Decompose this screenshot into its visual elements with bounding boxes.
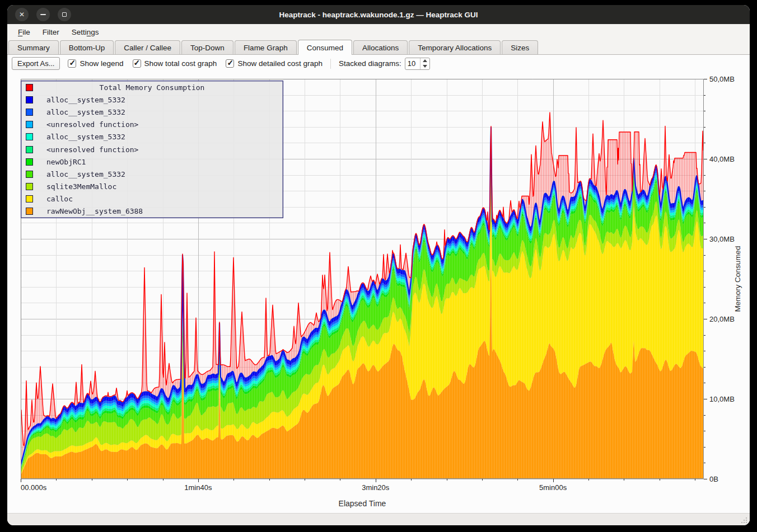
app-window: ✕ Heaptrack - heaptrack.wakunode.1.gz — … [7, 5, 750, 525]
y-tick-label: 50,0MB [709, 75, 735, 83]
legend-swatch [26, 96, 33, 103]
spin-up-button[interactable] [420, 58, 429, 64]
status-bar [7, 513, 750, 525]
legend-row: calloc [21, 193, 283, 205]
legend-swatch [26, 133, 33, 140]
y-tick-label: 0B [709, 475, 718, 483]
checkbox-group: Show legendShow total cost graphShow det… [68, 59, 323, 68]
stacked-diagrams-control: Stacked diagrams: 10 [339, 58, 430, 70]
stacked-diagrams-label: Stacked diagrams: [339, 59, 401, 68]
toolbar: Export As... Show legendShow total cost … [7, 55, 750, 72]
spin-down-button[interactable] [420, 64, 429, 69]
checkbox-label: Show detailed cost graph [237, 59, 323, 68]
spinbox-value[interactable]: 10 [405, 58, 420, 69]
legend-swatch [26, 208, 33, 215]
maximize-button[interactable] [58, 8, 71, 21]
legend-swatch [26, 146, 33, 153]
menu-item-settings[interactable]: Settings [66, 26, 105, 39]
legend-label: newObjRC1 [46, 158, 86, 166]
tab-temporary-allocations[interactable]: Temporary Allocations [409, 40, 501, 54]
x-tick-label: 5min00s [520, 483, 587, 492]
tab-bottom-up[interactable]: Bottom-Up [60, 40, 114, 54]
chart-legend: Total Memory Consumptionalloc__system_53… [21, 81, 283, 218]
x-axis-title: Elapsed Time [21, 499, 704, 508]
y-tick-label: 10,0MB [709, 395, 735, 403]
stacked-diagrams-spinbox[interactable]: 10 [405, 58, 430, 70]
menu-item-filter[interactable]: Filter [36, 26, 66, 39]
legend-label: calloc [46, 195, 73, 203]
toolbar-separator [330, 59, 331, 69]
legend-label: alloc__system_5332 [46, 108, 125, 116]
tab-flame-graph[interactable]: Flame Graph [235, 40, 297, 54]
window-controls: ✕ [15, 8, 71, 21]
y-tick-label: 20,0MB [709, 315, 735, 323]
legend-row: newObjRC1 [21, 156, 283, 168]
titlebar[interactable]: ✕ Heaptrack - heaptrack.wakunode.1.gz — … [7, 5, 750, 24]
x-tick-label: 00.000s [21, 483, 46, 492]
legend-row: alloc__system_5332 [21, 93, 283, 106]
menu-item-file[interactable]: File [12, 26, 36, 39]
tab-summary[interactable]: Summary [8, 40, 59, 54]
checkbox-label: Show total cost graph [144, 59, 217, 68]
x-tick-label: 1min40s [165, 483, 232, 492]
legend-row: Total Memory Consumption [21, 81, 283, 93]
legend-row: alloc__system_5332 [21, 168, 283, 180]
maximize-icon [62, 12, 67, 17]
legend-label: alloc__system_5332 [46, 133, 125, 141]
legend-label: <unresolved function> [46, 120, 138, 129]
checkbox-box[interactable] [68, 59, 76, 68]
tab-caller-callee[interactable]: Caller / Callee [115, 40, 180, 54]
tab-allocations[interactable]: Allocations [353, 40, 408, 54]
legend-swatch [26, 158, 33, 166]
checkbox-show-detailed-cost-graph[interactable]: Show detailed cost graph [226, 59, 323, 68]
y-tick-label: 40,0MB [709, 155, 735, 163]
x-tick-label: 3min20s [342, 483, 409, 492]
close-icon: ✕ [19, 11, 25, 18]
arrow-down-icon [423, 65, 427, 68]
legend-row: <unresolved function> [21, 119, 283, 131]
tab-sizes[interactable]: Sizes [502, 40, 538, 54]
checkbox-show-legend[interactable]: Show legend [68, 59, 123, 68]
minimize-icon [40, 14, 46, 15]
legend-label: alloc__system_5332 [46, 170, 125, 178]
checkbox-label: Show legend [80, 59, 123, 68]
legend-label: rawNewObj__system_6388 [46, 207, 143, 215]
legend-swatch [26, 109, 33, 116]
close-button[interactable]: ✕ [15, 8, 29, 21]
legend-swatch [26, 121, 33, 128]
legend-row: alloc__system_5332 [21, 131, 283, 143]
checkbox-box[interactable] [133, 59, 141, 68]
checkbox-box[interactable] [226, 59, 234, 68]
y-axis-title: Memory Consumed [732, 79, 744, 479]
checkbox-show-total-cost-graph[interactable]: Show total cost graph [133, 59, 217, 68]
consumed-chart-area: Total Memory Consumptionalloc__system_53… [7, 72, 750, 513]
legend-swatch [26, 183, 33, 190]
spinbox-arrows [420, 58, 429, 69]
legend-row: sqlite3MemMalloc [21, 181, 283, 193]
tab-consumed[interactable]: Consumed [298, 40, 352, 55]
legend-label: <unresolved function> [46, 145, 138, 154]
legend-row: alloc__system_5332 [21, 106, 283, 118]
export-as-button[interactable]: Export As... [12, 57, 60, 70]
y-tick-label: 30,0MB [709, 235, 735, 243]
resize-grip-icon[interactable] [740, 516, 747, 523]
arrow-up-icon [423, 59, 427, 62]
minimize-button[interactable] [36, 8, 50, 21]
tab-bar: SummaryBottom-UpCaller / CalleeTop-DownF… [7, 40, 750, 55]
menubar: FileFilterSettings [7, 24, 750, 40]
legend-label: sqlite3MemMalloc [46, 182, 116, 191]
legend-label: alloc__system_5332 [46, 96, 125, 104]
legend-row: <unresolved function> [21, 143, 283, 156]
legend-row: rawNewObj__system_6388 [21, 205, 283, 218]
legend-swatch [26, 195, 33, 203]
legend-swatch [26, 171, 33, 178]
window-title: Heaptrack - heaptrack.wakunode.1.gz — He… [279, 11, 478, 19]
tab-top-down[interactable]: Top-Down [181, 40, 233, 54]
legend-label: Total Memory Consumption [21, 83, 283, 92]
